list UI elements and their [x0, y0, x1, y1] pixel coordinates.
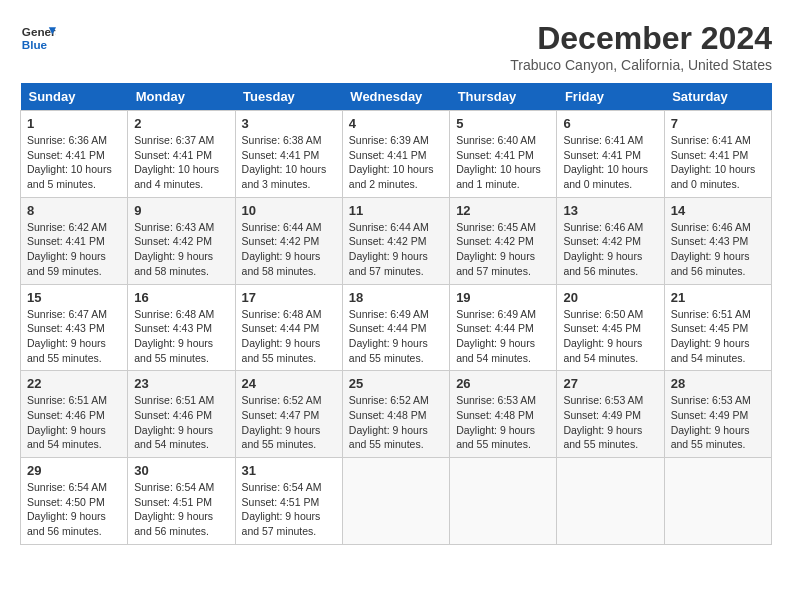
calendar-cell: 14Sunrise: 6:46 AMSunset: 4:43 PMDayligh…: [664, 197, 771, 284]
day-number: 29: [27, 463, 121, 478]
calendar-cell: 30Sunrise: 6:54 AMSunset: 4:51 PMDayligh…: [128, 458, 235, 545]
day-number: 27: [563, 376, 657, 391]
day-number: 13: [563, 203, 657, 218]
day-number: 2: [134, 116, 228, 131]
day-info: Sunrise: 6:42 AMSunset: 4:41 PMDaylight:…: [27, 220, 121, 279]
day-info: Sunrise: 6:36 AMSunset: 4:41 PMDaylight:…: [27, 133, 121, 192]
day-number: 20: [563, 290, 657, 305]
calendar-week-row: 22Sunrise: 6:51 AMSunset: 4:46 PMDayligh…: [21, 371, 772, 458]
calendar-cell: 13Sunrise: 6:46 AMSunset: 4:42 PMDayligh…: [557, 197, 664, 284]
weekday-header-monday: Monday: [128, 83, 235, 111]
weekday-header-wednesday: Wednesday: [342, 83, 449, 111]
calendar-cell: 17Sunrise: 6:48 AMSunset: 4:44 PMDayligh…: [235, 284, 342, 371]
calendar-cell: 10Sunrise: 6:44 AMSunset: 4:42 PMDayligh…: [235, 197, 342, 284]
day-number: 5: [456, 116, 550, 131]
calendar-cell: 16Sunrise: 6:48 AMSunset: 4:43 PMDayligh…: [128, 284, 235, 371]
calendar-cell: 22Sunrise: 6:51 AMSunset: 4:46 PMDayligh…: [21, 371, 128, 458]
calendar-cell: 1Sunrise: 6:36 AMSunset: 4:41 PMDaylight…: [21, 111, 128, 198]
weekday-header-tuesday: Tuesday: [235, 83, 342, 111]
calendar-cell: 12Sunrise: 6:45 AMSunset: 4:42 PMDayligh…: [450, 197, 557, 284]
calendar-cell: 28Sunrise: 6:53 AMSunset: 4:49 PMDayligh…: [664, 371, 771, 458]
svg-text:Blue: Blue: [22, 38, 48, 51]
calendar-week-row: 15Sunrise: 6:47 AMSunset: 4:43 PMDayligh…: [21, 284, 772, 371]
page-header: General Blue December 2024 Trabuco Canyo…: [20, 20, 772, 73]
calendar-week-row: 1Sunrise: 6:36 AMSunset: 4:41 PMDaylight…: [21, 111, 772, 198]
day-info: Sunrise: 6:48 AMSunset: 4:44 PMDaylight:…: [242, 307, 336, 366]
calendar-cell: 25Sunrise: 6:52 AMSunset: 4:48 PMDayligh…: [342, 371, 449, 458]
day-info: Sunrise: 6:51 AMSunset: 4:46 PMDaylight:…: [134, 393, 228, 452]
day-number: 25: [349, 376, 443, 391]
day-info: Sunrise: 6:52 AMSunset: 4:48 PMDaylight:…: [349, 393, 443, 452]
day-info: Sunrise: 6:44 AMSunset: 4:42 PMDaylight:…: [349, 220, 443, 279]
weekday-header-sunday: Sunday: [21, 83, 128, 111]
day-number: 6: [563, 116, 657, 131]
calendar-cell: [342, 458, 449, 545]
day-number: 16: [134, 290, 228, 305]
day-info: Sunrise: 6:48 AMSunset: 4:43 PMDaylight:…: [134, 307, 228, 366]
calendar-cell: 3Sunrise: 6:38 AMSunset: 4:41 PMDaylight…: [235, 111, 342, 198]
day-info: Sunrise: 6:51 AMSunset: 4:46 PMDaylight:…: [27, 393, 121, 452]
day-info: Sunrise: 6:49 AMSunset: 4:44 PMDaylight:…: [349, 307, 443, 366]
calendar-cell: [557, 458, 664, 545]
calendar-cell: 27Sunrise: 6:53 AMSunset: 4:49 PMDayligh…: [557, 371, 664, 458]
day-number: 18: [349, 290, 443, 305]
calendar-cell: 2Sunrise: 6:37 AMSunset: 4:41 PMDaylight…: [128, 111, 235, 198]
day-info: Sunrise: 6:52 AMSunset: 4:47 PMDaylight:…: [242, 393, 336, 452]
day-number: 14: [671, 203, 765, 218]
calendar-cell: 9Sunrise: 6:43 AMSunset: 4:42 PMDaylight…: [128, 197, 235, 284]
day-number: 21: [671, 290, 765, 305]
calendar-cell: [664, 458, 771, 545]
calendar-cell: 26Sunrise: 6:53 AMSunset: 4:48 PMDayligh…: [450, 371, 557, 458]
day-info: Sunrise: 6:54 AMSunset: 4:50 PMDaylight:…: [27, 480, 121, 539]
day-number: 10: [242, 203, 336, 218]
logo-icon: General Blue: [20, 20, 56, 56]
weekday-header-thursday: Thursday: [450, 83, 557, 111]
day-info: Sunrise: 6:38 AMSunset: 4:41 PMDaylight:…: [242, 133, 336, 192]
day-info: Sunrise: 6:43 AMSunset: 4:42 PMDaylight:…: [134, 220, 228, 279]
calendar-cell: 23Sunrise: 6:51 AMSunset: 4:46 PMDayligh…: [128, 371, 235, 458]
day-number: 30: [134, 463, 228, 478]
day-number: 4: [349, 116, 443, 131]
day-number: 3: [242, 116, 336, 131]
day-number: 15: [27, 290, 121, 305]
calendar-table: SundayMondayTuesdayWednesdayThursdayFrid…: [20, 83, 772, 545]
calendar-week-row: 8Sunrise: 6:42 AMSunset: 4:41 PMDaylight…: [21, 197, 772, 284]
calendar-cell: 21Sunrise: 6:51 AMSunset: 4:45 PMDayligh…: [664, 284, 771, 371]
day-number: 22: [27, 376, 121, 391]
calendar-cell: 6Sunrise: 6:41 AMSunset: 4:41 PMDaylight…: [557, 111, 664, 198]
day-info: Sunrise: 6:49 AMSunset: 4:44 PMDaylight:…: [456, 307, 550, 366]
title-section: December 2024 Trabuco Canyon, California…: [510, 20, 772, 73]
weekday-header-saturday: Saturday: [664, 83, 771, 111]
day-number: 12: [456, 203, 550, 218]
calendar-cell: 15Sunrise: 6:47 AMSunset: 4:43 PMDayligh…: [21, 284, 128, 371]
day-info: Sunrise: 6:53 AMSunset: 4:49 PMDaylight:…: [563, 393, 657, 452]
calendar-cell: 11Sunrise: 6:44 AMSunset: 4:42 PMDayligh…: [342, 197, 449, 284]
calendar-cell: 31Sunrise: 6:54 AMSunset: 4:51 PMDayligh…: [235, 458, 342, 545]
day-number: 1: [27, 116, 121, 131]
day-info: Sunrise: 6:53 AMSunset: 4:48 PMDaylight:…: [456, 393, 550, 452]
day-info: Sunrise: 6:51 AMSunset: 4:45 PMDaylight:…: [671, 307, 765, 366]
day-info: Sunrise: 6:41 AMSunset: 4:41 PMDaylight:…: [563, 133, 657, 192]
day-number: 8: [27, 203, 121, 218]
day-number: 26: [456, 376, 550, 391]
day-number: 7: [671, 116, 765, 131]
calendar-cell: 20Sunrise: 6:50 AMSunset: 4:45 PMDayligh…: [557, 284, 664, 371]
day-number: 9: [134, 203, 228, 218]
day-info: Sunrise: 6:46 AMSunset: 4:42 PMDaylight:…: [563, 220, 657, 279]
day-info: Sunrise: 6:41 AMSunset: 4:41 PMDaylight:…: [671, 133, 765, 192]
calendar-cell: 19Sunrise: 6:49 AMSunset: 4:44 PMDayligh…: [450, 284, 557, 371]
day-info: Sunrise: 6:40 AMSunset: 4:41 PMDaylight:…: [456, 133, 550, 192]
calendar-cell: 7Sunrise: 6:41 AMSunset: 4:41 PMDaylight…: [664, 111, 771, 198]
day-number: 11: [349, 203, 443, 218]
svg-text:General: General: [22, 25, 56, 38]
day-info: Sunrise: 6:54 AMSunset: 4:51 PMDaylight:…: [242, 480, 336, 539]
calendar-week-row: 29Sunrise: 6:54 AMSunset: 4:50 PMDayligh…: [21, 458, 772, 545]
location-subtitle: Trabuco Canyon, California, United State…: [510, 57, 772, 73]
day-number: 23: [134, 376, 228, 391]
day-info: Sunrise: 6:46 AMSunset: 4:43 PMDaylight:…: [671, 220, 765, 279]
day-number: 17: [242, 290, 336, 305]
day-info: Sunrise: 6:47 AMSunset: 4:43 PMDaylight:…: [27, 307, 121, 366]
calendar-cell: 18Sunrise: 6:49 AMSunset: 4:44 PMDayligh…: [342, 284, 449, 371]
logo: General Blue: [20, 20, 56, 56]
day-info: Sunrise: 6:54 AMSunset: 4:51 PMDaylight:…: [134, 480, 228, 539]
